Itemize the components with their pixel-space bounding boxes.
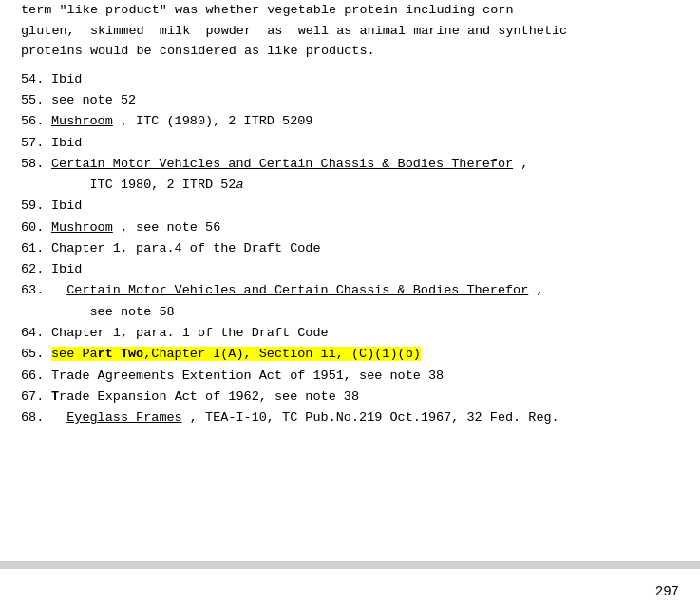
footnote-text-68: Eyeglass Frames , TEA-I-10, TC Pub.No.21… [51,407,559,428]
footnote-text-66: Trade Agreements Extention Act of 1951, … [51,366,444,387]
top-paragraph: term "like product" was whether vegetabl… [21,0,679,62]
footnote-number-54: 54. [21,69,51,90]
footnote-text-58: Certain Motor Vehicles and Certain Chass… [51,154,679,197]
footnote-number-55: 55. [21,90,51,111]
footnote-56: 56. Mushroom , ITC (1980), 2 ITRD 5209 [21,111,679,132]
footnote-58: 58. Certain Motor Vehicles and Certain C… [21,154,679,197]
footnote-65: 65. see Part Two,Chapter I(A), Section i… [21,344,679,365]
footnote-number-66: 66. [21,366,51,387]
footnote-number-59: 59. [21,196,51,217]
footnote-number-62: 62. [21,259,51,280]
footer-text: 14167 ; Piano, TC Pub. 3409 [0,599,700,604]
footnote-68: 68. Eyeglass Frames , TEA-I-10, TC Pub.N… [21,407,679,428]
footnote-57: 57. Ibid [21,133,679,154]
footnote-text-62: Ibid [51,259,82,280]
footnote-64: 64. Chapter 1, para. 1 of the Draft Code [21,323,679,344]
page-container: term "like product" was whether vegetabl… [0,0,700,604]
footnote-number-57: 57. [21,133,51,154]
footnote-63: 63. Certain Motor Vehicles and Certain C… [21,280,679,323]
footnote-66: 66. Trade Agreements Extention Act of 19… [21,366,679,387]
footnote-number-60: 60. [21,217,51,238]
top-section: term "like product" was whether vegetabl… [0,0,700,69]
footnote-text-59: Ibid [51,196,82,217]
footnote-number-64: 64. [21,323,51,344]
footnote-text-54: Ibid [51,69,82,90]
footnote-text-67: Trade Expansion Act of 1962, see note 38 [51,387,359,407]
footnote-60: 60. Mushroom , see note 56 [21,217,679,238]
footnote-text-64: Chapter 1, para. 1 of the Draft Code [51,323,329,344]
footnotes-section: 54. Ibid 55. see note 52 56. Mushroom , … [0,69,700,429]
footnote-text-56: Mushroom , ITC (1980), 2 ITRD 5209 [51,111,312,132]
footnote-number-67: 67. [21,387,51,407]
page-number: 297 [655,584,679,599]
footnote-55: 55. see note 52 [21,90,679,111]
footnote-number-56: 56. [21,111,51,132]
page-divider [0,561,700,569]
footnote-number-58: 58. [21,154,51,175]
footnote-number-61: 61. [21,238,51,259]
footnote-number-65: 65. [21,344,51,365]
footnote-61: 61. Chapter 1, para.4 of the Draft Code [21,238,679,259]
footnote-number-63: 63. [21,280,51,301]
footnote-text-65: see Part Two,Chapter I(A), Section ii, (… [51,344,421,365]
footnote-number-68: 68. [21,407,51,428]
bottom-section: 297 [0,569,700,599]
footnote-54: 54. Ibid [21,69,679,90]
footnote-59: 59. Ibid [21,196,679,217]
footnote-67: 67. Trade Expansion Act of 1962, see not… [21,387,679,407]
footnote-text-57: Ibid [51,133,82,154]
footnote-62: 62. Ibid [21,259,679,280]
footnote-text-60: Mushroom , see note 56 [51,217,220,238]
footnote-text-63: Certain Motor Vehicles and Certain Chass… [51,280,679,323]
footnote-text-61: Chapter 1, para.4 of the Draft Code [51,238,321,259]
footnote-text-55: see note 52 [51,90,136,111]
